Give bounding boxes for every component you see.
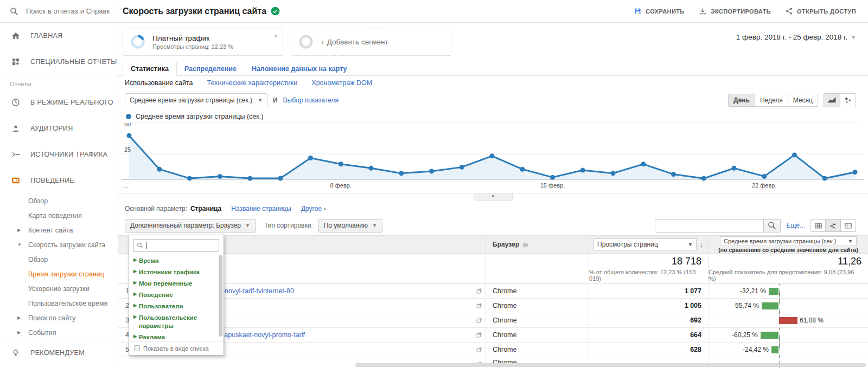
sort-type-button[interactable]: По умолчанию ▼ — [318, 219, 382, 233]
realtime-icon — [10, 98, 22, 107]
sidebar-top-nav: ГЛАВНАЯСПЕЦИАЛЬНЫЕ ОТЧЕТЫ — [0, 23, 118, 75]
sidebar-subitem-label: Время загрузки страниц — [28, 270, 104, 278]
sidebar-item[interactable]: В РЕЖИМЕ РЕАЛЬНОГО — [0, 89, 118, 115]
add-segment-button[interactable]: + Добавить сегмент — [291, 28, 451, 56]
table-row: 4d-zapuskaet-novyi-promo-tarifChrome664-… — [118, 328, 868, 343]
external-link-icon[interactable] — [476, 302, 482, 309]
date-range-selector[interactable]: 1 февр. 2018 г. - 25 февр. 2018 г. ▼ — [736, 28, 856, 41]
comparison-view-button[interactable] — [826, 219, 841, 232]
dimension-category[interactable]: ▶Пользователи — [135, 301, 224, 312]
sidebar-subitem-label: Скорость загрузки сайта — [28, 241, 105, 249]
secondary-dimension-button[interactable]: Дополнительный параметр: Браузер ▼ — [125, 219, 256, 233]
expand-arrow-icon[interactable]: ▶ — [17, 228, 21, 233]
more-link[interactable]: Ещё... — [786, 222, 805, 229]
tab[interactable]: Наложение данных на карту — [244, 62, 355, 75]
home-icon — [10, 31, 22, 41]
subtab[interactable]: Использование сайта — [125, 79, 193, 87]
dimension-category[interactable]: ▶Источники трафика — [135, 267, 224, 278]
sidebar-subitem[interactable]: ▶Контент сайта — [0, 223, 118, 237]
dimension-category[interactable]: ▶Реклама — [135, 332, 224, 341]
collapse-arrow-icon[interactable]: ▼ — [17, 242, 22, 247]
action-share[interactable]: ОТКРЫТЬ ДОСТУП — [785, 7, 856, 15]
sidebar-search-input[interactable] — [26, 7, 116, 15]
action-label: ЭКСПОРТИРОВАТЬ — [711, 8, 771, 15]
dimension-page[interactable]: Страница — [190, 205, 221, 212]
expand-arrow-icon[interactable]: ▶ — [17, 330, 21, 335]
granularity-button[interactable]: Неделя — [755, 94, 788, 107]
sidebar-item[interactable]: АДМИНИСТРАТОР — [0, 365, 118, 368]
dropdown-search-input[interactable] — [149, 242, 214, 249]
table-search-button[interactable] — [763, 219, 781, 233]
sidebar-subitem[interactable]: ▶События — [0, 325, 118, 340]
dropdown-search[interactable] — [133, 239, 219, 252]
external-link-icon[interactable] — [476, 332, 482, 338]
dropdown-scrollbar[interactable] — [219, 255, 222, 337]
sidebar-subitem[interactable]: Карта поведения — [0, 208, 118, 223]
granularity-button[interactable]: Месяц — [788, 94, 818, 107]
dimension-other[interactable]: Другое ▾ — [301, 205, 326, 212]
list-view-checkbox[interactable] — [134, 345, 140, 351]
external-link-icon[interactable] — [476, 317, 482, 324]
metric-select[interactable]: Среднее время загрузки страницы (сек.) ▼ — [125, 93, 267, 107]
chart-legend: Среднее время загрузки страницы (сек.) — [118, 111, 868, 122]
sidebar-subitem[interactable]: Время загрузки страниц — [0, 267, 118, 281]
dimension-page-title[interactable]: Название страницы — [231, 205, 291, 212]
sidebar-item[interactable]: СПЕЦИАЛЬНЫЕ ОТЧЕТЫ — [0, 49, 118, 75]
comparison-bar-positive — [779, 317, 797, 324]
expand-arrow-icon[interactable]: ▶ — [17, 315, 21, 320]
sort-descending-icon[interactable]: ↓ — [700, 241, 704, 249]
sidebar-item[interactable]: АУДИТОРИЯ — [0, 115, 118, 141]
sidebar-subitem[interactable]: Обзор — [0, 193, 118, 208]
tab[interactable]: Распределение — [177, 62, 244, 75]
chevron-down-icon[interactable]: ▾ — [274, 33, 277, 40]
dimension-category[interactable]: ▶Мои переменные — [135, 278, 224, 289]
segment-card[interactable]: Платный трафик Просмотры страниц: 12,23 … — [123, 28, 283, 56]
sidebar-subitem[interactable]: Обзор — [0, 252, 118, 267]
chart-collapse-row: ▼ — [118, 193, 868, 202]
subtab[interactable]: Хронометраж DOM — [311, 79, 372, 87]
sidebar-search[interactable] — [0, 0, 118, 23]
sidebar-subitem[interactable]: ▼Скорость загрузки сайта — [0, 237, 118, 252]
subtab[interactable]: Технические характеристики — [207, 79, 298, 87]
sidebar-subitem-label: Обзор — [28, 256, 48, 263]
dimension-category[interactable]: ▶Поведение — [135, 289, 224, 301]
external-link-icon[interactable] — [476, 288, 482, 294]
line-chart-view-button[interactable] — [824, 93, 840, 107]
dimension-category[interactable]: ▶Пользовательские параметры — [135, 312, 224, 332]
action-label: СОХРАНИТЬ — [646, 8, 685, 15]
action-export[interactable]: ЭКСПОРТИРОВАТЬ — [699, 7, 771, 15]
sidebar-item[interactable]: ГЛАВНАЯ — [0, 23, 118, 49]
external-link-icon[interactable] — [476, 346, 482, 353]
svg-text:22 февр.: 22 февр. — [752, 182, 776, 189]
tab[interactable]: Статистика — [123, 62, 177, 76]
sidebar-subitem[interactable]: Ускорение загрузки — [0, 281, 118, 296]
chevron-down-icon: ▼ — [258, 98, 263, 103]
table-search-input[interactable] — [655, 219, 763, 233]
scatter-dots-icon — [844, 96, 852, 104]
action-save[interactable]: СОХРАНИТЬ — [634, 7, 685, 15]
segment-area: Платный трафик Просмотры страниц: 12,23 … — [118, 23, 868, 62]
legend-dot — [126, 114, 131, 119]
table-view-button[interactable] — [810, 219, 826, 232]
remove-dimension-icon[interactable]: ⊗ — [522, 241, 528, 249]
pivot-view-button[interactable] — [841, 219, 856, 232]
views-metric-select[interactable]: Просмотры страниц ▼ — [593, 238, 697, 250]
chevron-down-icon: ▾ — [323, 206, 326, 212]
chart-collapse-handle[interactable]: ▼ — [474, 193, 513, 201]
metric-picker-link[interactable]: Выбор показателя — [283, 96, 339, 104]
granularity-button[interactable]: День — [728, 94, 755, 107]
sidebar-subitem[interactable]: ▶Поиск по сайту — [0, 311, 118, 325]
avg-metric-select[interactable]: Среднее время загрузки страницы (сек.) ▼ — [720, 236, 857, 246]
sidebar-item[interactable]: ПОВЕДЕНИЕ — [0, 167, 118, 193]
timeseries-chart[interactable]: 2550...8 февр.15 февр.22 февр. — [122, 122, 858, 193]
dropdown-footer: Показать в виде списка — [129, 341, 224, 355]
views-cell: 1 005 — [589, 299, 708, 313]
table-toolbar: Дополнительный параметр: Браузер ▼ Тип с… — [118, 216, 868, 235]
motion-chart-view-button[interactable] — [840, 93, 856, 107]
browser-cell: Chrome — [486, 313, 589, 327]
horizontal-scrollbar[interactable] — [355, 363, 866, 367]
sidebar-item[interactable]: ИСТОЧНИКИ ТРАФИКА — [0, 141, 118, 167]
sidebar-item[interactable]: РЕКОМЕНДУЕМ — [0, 340, 118, 365]
sidebar-subitem[interactable]: Пользовательское время — [0, 296, 118, 311]
dimension-category[interactable]: ▶Время — [135, 255, 224, 267]
